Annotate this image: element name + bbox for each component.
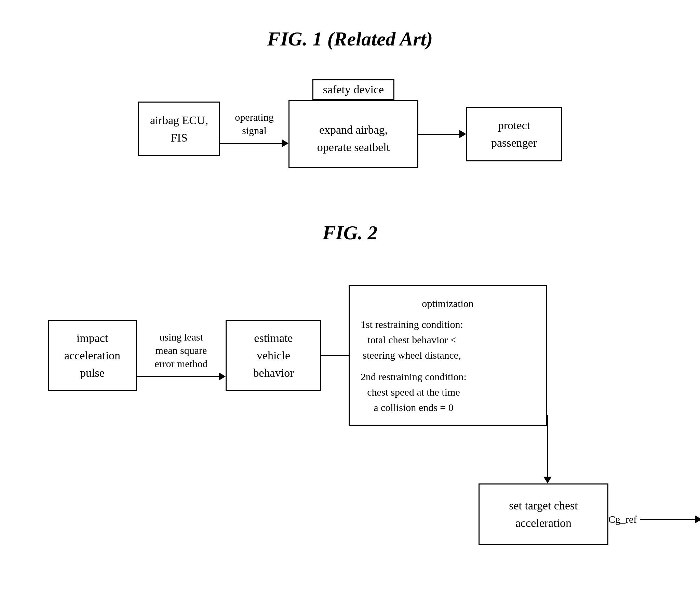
safety-device-box: expand airbag,operate seatbelt: [288, 100, 418, 168]
estimate-vehicle-label: estimatevehiclebehavior: [253, 329, 294, 382]
lms-label: using leastmean squareerror method: [154, 330, 208, 370]
impact-acceleration-box: impactaccelerationpulse: [48, 320, 137, 391]
protect-passenger-label: protectpassenger: [491, 117, 537, 151]
cg-ref-arrowhead: [695, 515, 700, 523]
cg-ref-line: [640, 519, 695, 520]
fig2-diagram: impactaccelerationpulse using leastmean …: [27, 265, 673, 559]
safety-device-content: expand airbag,operate seatbelt: [317, 121, 390, 156]
protect-arrow: [418, 130, 466, 138]
arrow-line-2: [418, 130, 466, 138]
v-arrow-line: [547, 415, 548, 477]
optimization-box: optimization 1st restraining condition:t…: [349, 285, 547, 426]
vertical-arrow: [543, 415, 552, 483]
fig1-diagram: airbag ECU,FIS operatingsignal safety de…: [27, 71, 673, 187]
estimate-vehicle-box: estimatevehiclebehavior: [226, 320, 321, 391]
cg-ref-arrow: Cg_ref: [608, 514, 700, 525]
fig2-title: FIG. 2: [27, 221, 673, 244]
operating-signal-label: operatingsignal: [235, 110, 273, 137]
fig1-title: FIG. 1 (Related Art): [27, 27, 673, 50]
lms-arrow: using leastmean squareerror method: [137, 330, 226, 381]
optimization-title: optimization: [361, 296, 535, 311]
airbag-ecu-box: airbag ECU,FIS: [138, 102, 220, 156]
airbag-ecu-label: airbag ECU,FIS: [150, 111, 208, 146]
page-container: FIG. 1 (Related Art) airbag ECU,FIS oper…: [0, 0, 700, 611]
arrow-line-1: [220, 139, 288, 147]
fig2-top-row: impactaccelerationpulse using leastmean …: [48, 285, 561, 426]
optimization-cond2: 2nd restraining condition:chest speed at…: [361, 369, 467, 415]
safety-device-wrapper: safety device expand airbag,operate seat…: [288, 90, 418, 168]
arrow-line-3: [137, 372, 226, 381]
safety-device-label: safety device: [312, 79, 394, 100]
protect-passenger-box: protectpassenger: [466, 107, 562, 161]
v-arrowhead: [543, 477, 552, 483]
cg-ref-label: Cg_ref: [608, 514, 637, 525]
impact-acceleration-label: impactaccelerationpulse: [64, 329, 120, 382]
optimization-cond1: 1st restraining condition:total chest be…: [361, 317, 463, 363]
operating-signal-arrow: operatingsignal: [220, 110, 288, 147]
set-target-label: set target chestacceleration: [509, 497, 578, 532]
set-target-box: set target chestacceleration: [479, 483, 608, 545]
